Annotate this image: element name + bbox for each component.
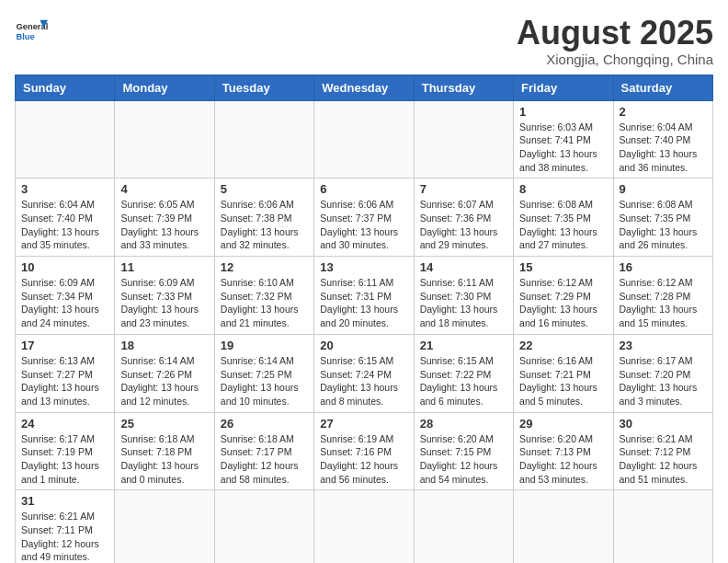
day-number: 31 <box>21 494 108 508</box>
day-info: Sunrise: 6:20 AM Sunset: 7:15 PM Dayligh… <box>420 432 507 487</box>
calendar-cell: 14Sunrise: 6:11 AM Sunset: 7:30 PM Dayli… <box>414 257 513 335</box>
calendar-week-2: 3Sunrise: 6:04 AM Sunset: 7:40 PM Daylig… <box>16 178 713 257</box>
calendar-week-3: 10Sunrise: 6:09 AM Sunset: 7:34 PM Dayli… <box>16 257 713 335</box>
calendar-cell: 12Sunrise: 6:10 AM Sunset: 7:32 PM Dayli… <box>214 257 313 335</box>
day-info: Sunrise: 6:21 AM Sunset: 7:12 PM Dayligh… <box>620 432 707 487</box>
day-number: 24 <box>21 417 108 431</box>
weekday-header-saturday: Saturday <box>613 75 712 100</box>
day-info: Sunrise: 6:04 AM Sunset: 7:40 PM Dayligh… <box>21 198 108 252</box>
day-info: Sunrise: 6:18 AM Sunset: 7:18 PM Dayligh… <box>120 432 208 487</box>
calendar-cell: 6Sunrise: 6:06 AM Sunset: 7:37 PM Daylig… <box>314 178 414 257</box>
calendar-cell <box>16 100 115 178</box>
calendar-cell: 7Sunrise: 6:07 AM Sunset: 7:36 PM Daylig… <box>414 178 513 257</box>
calendar-cell: 31Sunrise: 6:21 AM Sunset: 7:11 PM Dayli… <box>16 490 115 563</box>
calendar-cell: 11Sunrise: 6:09 AM Sunset: 7:33 PM Dayli… <box>115 257 214 335</box>
day-number: 23 <box>620 339 707 352</box>
day-number: 11 <box>120 260 208 274</box>
day-info: Sunrise: 6:04 AM Sunset: 7:40 PM Dayligh… <box>620 121 707 175</box>
day-number: 20 <box>320 339 407 352</box>
day-info: Sunrise: 6:14 AM Sunset: 7:26 PM Dayligh… <box>120 354 208 408</box>
calendar-cell: 5Sunrise: 6:06 AM Sunset: 7:38 PM Daylig… <box>214 178 313 257</box>
day-info: Sunrise: 6:03 AM Sunset: 7:41 PM Dayligh… <box>519 121 607 175</box>
calendar-week-5: 24Sunrise: 6:17 AM Sunset: 7:19 PM Dayli… <box>16 412 713 490</box>
day-number: 6 <box>320 182 407 196</box>
weekday-header-monday: Monday <box>115 75 214 100</box>
day-number: 10 <box>21 260 108 274</box>
calendar-cell <box>514 490 613 563</box>
day-number: 7 <box>420 182 507 196</box>
calendar-cell <box>414 490 513 563</box>
calendar-cell: 15Sunrise: 6:12 AM Sunset: 7:29 PM Dayli… <box>514 257 613 335</box>
day-info: Sunrise: 6:11 AM Sunset: 7:30 PM Dayligh… <box>420 276 507 330</box>
day-info: Sunrise: 6:14 AM Sunset: 7:25 PM Dayligh… <box>221 354 308 408</box>
day-info: Sunrise: 6:09 AM Sunset: 7:34 PM Dayligh… <box>21 276 108 330</box>
logo-icon: General Blue <box>15 15 48 48</box>
title-area: August 2025 Xiongjia, Chongqing, China <box>517 15 713 67</box>
calendar-cell: 17Sunrise: 6:13 AM Sunset: 7:27 PM Dayli… <box>16 334 115 412</box>
calendar-cell: 25Sunrise: 6:18 AM Sunset: 7:18 PM Dayli… <box>115 412 214 490</box>
day-number: 17 <box>21 339 108 352</box>
calendar-cell: 8Sunrise: 6:08 AM Sunset: 7:35 PM Daylig… <box>514 178 613 257</box>
day-info: Sunrise: 6:13 AM Sunset: 7:27 PM Dayligh… <box>21 354 108 408</box>
day-number: 16 <box>620 260 707 274</box>
calendar-cell: 9Sunrise: 6:08 AM Sunset: 7:35 PM Daylig… <box>613 178 712 257</box>
day-number: 18 <box>120 339 208 352</box>
day-number: 15 <box>519 260 607 274</box>
day-number: 26 <box>221 417 308 431</box>
svg-text:Blue: Blue <box>16 32 34 41</box>
calendar-cell: 21Sunrise: 6:15 AM Sunset: 7:22 PM Dayli… <box>414 334 513 412</box>
calendar-cell <box>613 490 712 563</box>
day-number: 27 <box>320 417 407 431</box>
calendar-cell: 4Sunrise: 6:05 AM Sunset: 7:39 PM Daylig… <box>115 178 214 257</box>
day-number: 22 <box>519 339 607 352</box>
calendar-cell: 23Sunrise: 6:17 AM Sunset: 7:20 PM Dayli… <box>613 334 712 412</box>
day-number: 14 <box>420 260 507 274</box>
calendar-cell: 3Sunrise: 6:04 AM Sunset: 7:40 PM Daylig… <box>16 178 115 257</box>
day-number: 9 <box>620 182 707 196</box>
calendar-cell: 28Sunrise: 6:20 AM Sunset: 7:15 PM Dayli… <box>414 412 513 490</box>
day-number: 29 <box>519 417 607 431</box>
day-number: 28 <box>420 417 507 431</box>
day-number: 2 <box>620 105 707 119</box>
calendar-week-6: 31Sunrise: 6:21 AM Sunset: 7:11 PM Dayli… <box>16 490 713 563</box>
calendar-cell: 24Sunrise: 6:17 AM Sunset: 7:19 PM Dayli… <box>16 412 115 490</box>
calendar-cell: 27Sunrise: 6:19 AM Sunset: 7:16 PM Dayli… <box>314 412 414 490</box>
day-info: Sunrise: 6:09 AM Sunset: 7:33 PM Dayligh… <box>120 276 208 330</box>
day-number: 30 <box>620 417 707 431</box>
day-number: 8 <box>519 182 607 196</box>
weekday-header-row: SundayMondayTuesdayWednesdayThursdayFrid… <box>16 75 713 100</box>
day-info: Sunrise: 6:12 AM Sunset: 7:28 PM Dayligh… <box>620 276 707 330</box>
day-number: 21 <box>420 339 507 352</box>
calendar-cell: 16Sunrise: 6:12 AM Sunset: 7:28 PM Dayli… <box>613 257 712 335</box>
calendar-week-4: 17Sunrise: 6:13 AM Sunset: 7:27 PM Dayli… <box>16 334 713 412</box>
day-info: Sunrise: 6:20 AM Sunset: 7:13 PM Dayligh… <box>519 432 607 487</box>
calendar-cell <box>314 490 414 563</box>
day-info: Sunrise: 6:15 AM Sunset: 7:24 PM Dayligh… <box>320 354 407 408</box>
day-info: Sunrise: 6:18 AM Sunset: 7:17 PM Dayligh… <box>221 432 308 487</box>
day-number: 4 <box>120 182 208 196</box>
calendar-cell: 20Sunrise: 6:15 AM Sunset: 7:24 PM Dayli… <box>314 334 414 412</box>
day-info: Sunrise: 6:05 AM Sunset: 7:39 PM Dayligh… <box>120 198 208 252</box>
calendar-cell: 19Sunrise: 6:14 AM Sunset: 7:25 PM Dayli… <box>214 334 313 412</box>
day-number: 25 <box>120 417 208 431</box>
calendar-cell: 13Sunrise: 6:11 AM Sunset: 7:31 PM Dayli… <box>314 257 414 335</box>
day-info: Sunrise: 6:11 AM Sunset: 7:31 PM Dayligh… <box>320 276 407 330</box>
day-number: 3 <box>21 182 108 196</box>
calendar-cell: 1Sunrise: 6:03 AM Sunset: 7:41 PM Daylig… <box>514 100 613 178</box>
day-info: Sunrise: 6:16 AM Sunset: 7:21 PM Dayligh… <box>519 354 607 408</box>
day-info: Sunrise: 6:08 AM Sunset: 7:35 PM Dayligh… <box>620 198 707 252</box>
calendar-cell: 22Sunrise: 6:16 AM Sunset: 7:21 PM Dayli… <box>514 334 613 412</box>
calendar-week-1: 1Sunrise: 6:03 AM Sunset: 7:41 PM Daylig… <box>16 100 713 178</box>
day-info: Sunrise: 6:06 AM Sunset: 7:37 PM Dayligh… <box>320 198 407 252</box>
day-info: Sunrise: 6:17 AM Sunset: 7:20 PM Dayligh… <box>620 354 707 408</box>
calendar-cell <box>214 100 313 178</box>
calendar-cell <box>115 490 214 563</box>
weekday-header-tuesday: Tuesday <box>214 75 313 100</box>
location-subtitle: Xiongjia, Chongqing, China <box>517 52 713 67</box>
calendar-cell: 18Sunrise: 6:14 AM Sunset: 7:26 PM Dayli… <box>115 334 214 412</box>
weekday-header-friday: Friday <box>514 75 613 100</box>
day-info: Sunrise: 6:21 AM Sunset: 7:11 PM Dayligh… <box>21 510 108 563</box>
calendar-cell <box>214 490 313 563</box>
calendar-cell: 30Sunrise: 6:21 AM Sunset: 7:12 PM Dayli… <box>613 412 712 490</box>
day-info: Sunrise: 6:06 AM Sunset: 7:38 PM Dayligh… <box>221 198 308 252</box>
